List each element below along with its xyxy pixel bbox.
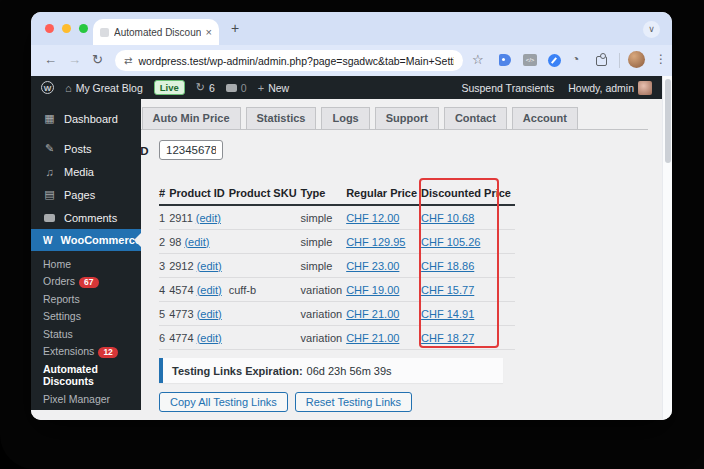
edit-link[interactable]: (edit)	[196, 212, 221, 224]
sidebar-item-label: Comments	[64, 212, 117, 224]
sidebar-item-label: Dashboard	[64, 113, 118, 125]
zoom-window-button[interactable]	[79, 24, 88, 33]
sidebar-subitem-settings[interactable]: Settings	[31, 308, 141, 326]
tab-support[interactable]: Support	[375, 107, 439, 129]
edit-link[interactable]: (edit)	[197, 308, 222, 320]
sidebar-subitem-orders[interactable]: Orders67	[31, 273, 141, 291]
sidebar-item-pages[interactable]: ▤Pages	[31, 183, 141, 206]
sidebar-item-dashboard[interactable]: ▦Dashboard	[31, 107, 141, 130]
discounted-price-link[interactable]: CHF 18.86	[421, 260, 474, 272]
expiration-label: Testing Links Expiration:	[172, 365, 303, 377]
site-settings-icon[interactable]: ⇄	[124, 55, 132, 66]
browser-profile-avatar[interactable]	[628, 51, 645, 68]
sidebar-item-media[interactable]: ♫Media	[31, 160, 141, 183]
wp-admin-bar: W ⌂ My Great Blog Live ↻ 6 0 + New Suspe…	[31, 76, 662, 99]
count-badge: 67	[79, 277, 98, 288]
edit-link[interactable]: (edit)	[197, 260, 222, 272]
row-number: 6	[159, 326, 169, 350]
extension-code-icon[interactable]: </>	[523, 54, 537, 66]
tab-logs[interactable]: Logs	[321, 107, 369, 129]
sidebar-subitem-extensions[interactable]: Extensions12	[31, 343, 141, 361]
product-id: 2911	[169, 212, 193, 224]
howdy-label: Howdy, admin	[568, 82, 634, 94]
discounted-price-link[interactable]: CHF 15.77	[421, 284, 474, 296]
sidebar-subitem-status[interactable]: Status	[31, 325, 141, 343]
actions-row: Copy All Testing Links Reset Testing Lin…	[159, 392, 412, 412]
product-id-cell: 4773 (edit)	[169, 302, 229, 326]
admin-bar-site-name[interactable]: ⌂ My Great Blog	[65, 82, 143, 94]
back-icon[interactable]: ←	[44, 52, 57, 67]
browser-tab-strip: Automated Discounts ‹ My G × + ∨	[31, 12, 672, 45]
page-scrollbar[interactable]	[662, 76, 672, 420]
extension-tag-icon[interactable]	[499, 54, 511, 66]
regular-price-link[interactable]: CHF 129.95	[346, 236, 405, 248]
discounted-price-link[interactable]: CHF 14.91	[421, 308, 474, 320]
scrollbar-thumb[interactable]	[665, 79, 671, 163]
regular-price-link[interactable]: CHF 21.00	[346, 332, 399, 344]
tab-account[interactable]: Account	[512, 107, 578, 129]
minimize-window-button[interactable]	[62, 24, 71, 33]
merchant-center-id-input[interactable]	[159, 140, 223, 160]
discounted-price-cell: CHF 18.86	[421, 254, 515, 278]
product-sku	[229, 205, 301, 230]
browser-toolbar: ← → ↻ ⇄ wordpress.test/wp-admin/admin.ph…	[31, 45, 672, 76]
copy-all-testing-links-button[interactable]: Copy All Testing Links	[159, 392, 288, 412]
live-badge[interactable]: Live	[154, 80, 185, 95]
discounted-price-link[interactable]: CHF 105.26	[421, 236, 480, 248]
extensions-puzzle-icon[interactable]	[596, 56, 607, 66]
sidebar-item-label: Posts	[64, 143, 92, 155]
admin-bar-new[interactable]: + New	[258, 82, 289, 94]
browser-menu-icon[interactable]: ⋮	[655, 52, 667, 66]
sidebar-item-comments[interactable]: Comments	[31, 206, 141, 229]
row-number: 5	[159, 302, 169, 326]
sidebar-subitem-pixel-manager[interactable]: Pixel Manager	[31, 390, 141, 408]
extension-history-lock-icon[interactable]: ◔	[572, 52, 579, 66]
tab-close-icon[interactable]: ×	[206, 27, 212, 38]
edit-link[interactable]: (edit)	[197, 284, 222, 296]
browser-tab[interactable]: Automated Discounts ‹ My G ×	[93, 19, 219, 45]
column-header: Regular Price	[346, 183, 421, 205]
forward-icon[interactable]: →	[68, 52, 81, 67]
table-header-row: #Product IDProduct SKUTypeRegular PriceD…	[159, 183, 515, 205]
bookmark-star-icon[interactable]: ☆	[472, 52, 484, 67]
chevron-down-icon[interactable]: ∨	[643, 21, 660, 38]
product-id-cell: 98 (edit)	[169, 230, 229, 254]
sidebar-item-woocommerce[interactable]: WWooCommerce	[31, 229, 141, 251]
regular-price-link[interactable]: CHF 19.00	[346, 284, 399, 296]
edit-link[interactable]: (edit)	[197, 332, 222, 344]
tab-auto-min-price[interactable]: Auto Min Price	[142, 107, 241, 129]
address-bar[interactable]: ⇄ wordpress.test/wp-admin/admin.php?page…	[115, 50, 463, 71]
reload-icon[interactable]: ↻	[92, 52, 103, 67]
home-icon: ⌂	[65, 82, 72, 94]
admin-bar-updates[interactable]: ↻ 6	[196, 81, 215, 94]
tab-statistics[interactable]: Statistics	[246, 107, 317, 129]
sidebar-subitem-home[interactable]: Home	[31, 255, 141, 273]
admin-bar-account[interactable]: Howdy, admin	[568, 81, 652, 95]
wordpress-logo-icon[interactable]: W	[41, 81, 54, 94]
suspend-transients-link[interactable]: Suspend Transients	[461, 82, 554, 94]
edit-link[interactable]: (edit)	[184, 236, 209, 248]
regular-price-link[interactable]: CHF 12.00	[346, 212, 399, 224]
admin-bar-comments[interactable]: 0	[226, 82, 247, 94]
discounted-price-cell: CHF 14.91	[421, 302, 515, 326]
table-row: 32912 (edit)simpleCHF 23.00CHF 18.86	[159, 254, 515, 278]
regular-price-link[interactable]: CHF 21.00	[346, 308, 399, 320]
sidebar-subitem-automated-discounts[interactable]: Automated Discounts	[31, 360, 141, 390]
sidebar-subitem-reports[interactable]: Reports	[31, 290, 141, 308]
extension-compass-icon[interactable]	[548, 54, 561, 67]
regular-price-link[interactable]: CHF 23.00	[346, 260, 399, 272]
updates-count: 6	[209, 82, 215, 94]
sidebar-item-posts[interactable]: ✎Posts	[31, 137, 141, 160]
product-id: 98	[169, 236, 181, 248]
column-header: Product SKU	[229, 183, 301, 205]
tab-title: Automated Discounts ‹ My G	[114, 27, 201, 38]
dashboard-icon: ▦	[43, 112, 56, 125]
discounted-price-link[interactable]: CHF 10.68	[421, 212, 474, 224]
reset-testing-links-button[interactable]: Reset Testing Links	[295, 392, 412, 412]
new-tab-button[interactable]: +	[231, 20, 239, 36]
close-window-button[interactable]	[45, 24, 54, 33]
discounted-price-link[interactable]: CHF 18.27	[421, 332, 474, 344]
tab-contact[interactable]: Contact	[444, 107, 507, 129]
product-id-cell: 4774 (edit)	[169, 326, 229, 350]
regular-price-cell: CHF 129.95	[346, 230, 421, 254]
